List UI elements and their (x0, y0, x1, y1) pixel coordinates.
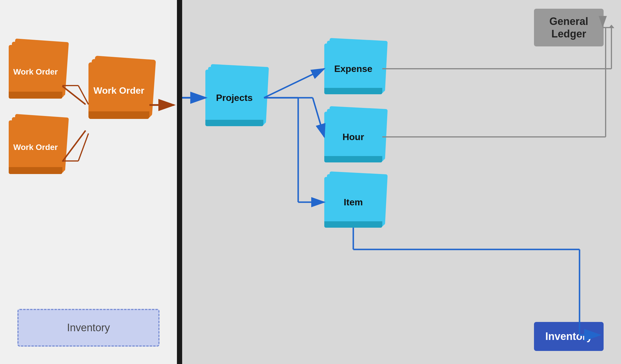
work-order-bottom-front: Work Order (9, 120, 62, 174)
right-arrows-svg (182, 0, 621, 364)
svg-line-5 (78, 86, 88, 104)
work-order-top-front: Work Order (9, 45, 62, 99)
item-label: Item (344, 197, 363, 208)
svg-line-7 (78, 133, 88, 161)
work-order-center-front: Work Order (88, 62, 149, 119)
work-order-top-label: Work Order (13, 67, 58, 77)
expense-front: Expense (324, 44, 382, 94)
left-panel: Work Order Work Order Work Order (0, 0, 177, 364)
svg-line-16 (264, 69, 324, 98)
svg-line-0 (62, 86, 86, 104)
hour-label: Hour (343, 132, 364, 142)
hour-front: Hour (324, 112, 382, 162)
right-panel: General Ledger Projects Expense Hour Ite… (182, 0, 621, 364)
inventory-right-box: Inventory (534, 322, 604, 351)
projects-front: Projects (205, 70, 263, 126)
svg-marker-32 (609, 25, 614, 28)
item-front: Item (324, 177, 382, 228)
inventory-left-label: Inventory (67, 322, 110, 334)
expense-label: Expense (334, 64, 372, 74)
divider (177, 0, 182, 364)
general-ledger-label: General Ledger (534, 15, 604, 40)
general-ledger-box: General Ledger (534, 9, 604, 46)
work-order-bottom-label: Work Order (13, 142, 58, 152)
projects-label: Projects (216, 93, 253, 103)
svg-line-18 (313, 98, 324, 137)
inventory-right-label: Inventory (545, 330, 592, 343)
inventory-left-box: Inventory (17, 309, 160, 347)
work-order-center-label: Work Order (93, 85, 144, 96)
